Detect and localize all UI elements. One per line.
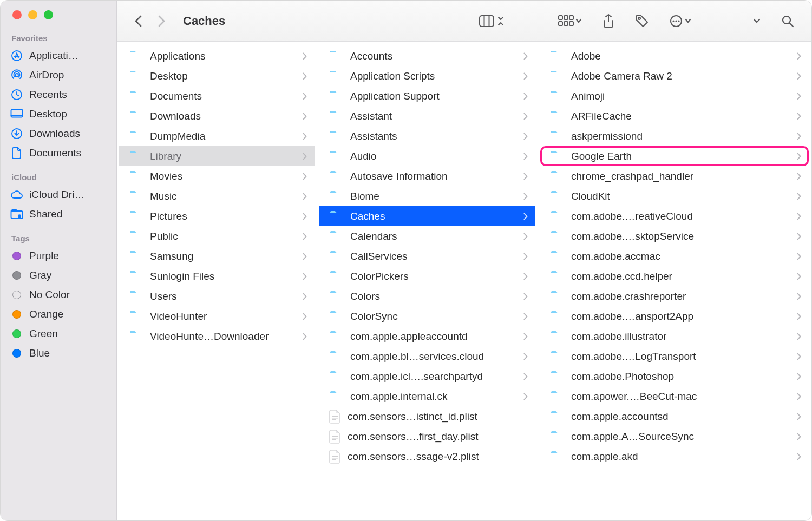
main-area: Caches — [117, 1, 811, 520]
file-row[interactable]: Sunlogin Files — [119, 266, 315, 286]
file-row[interactable]: Application Scripts — [319, 66, 535, 86]
file-row[interactable]: com.apower.…BeeCut-mac — [540, 386, 809, 406]
file-row[interactable]: com.adobe.crashreporter — [540, 286, 809, 306]
file-row[interactable]: com.adobe.illustrator — [540, 326, 809, 346]
zoom-window-button[interactable] — [44, 10, 53, 19]
sidebar-item[interactable]: AirDrop — [4, 65, 113, 85]
sidebar-item[interactable]: Downloads — [4, 124, 113, 143]
file-row[interactable]: Application Support — [319, 86, 535, 106]
sidebar-item[interactable]: Blue — [4, 344, 113, 363]
file-row[interactable]: com.apple.akd — [540, 446, 809, 466]
file-row[interactable]: VideoHunter — [119, 306, 315, 326]
file-row[interactable]: Caches — [319, 206, 535, 226]
chevron-right-icon — [797, 113, 801, 120]
file-row[interactable]: com.sensors…ssage-v2.plist — [319, 446, 535, 466]
file-row[interactable]: Assistants — [319, 126, 535, 146]
file-row[interactable]: com.adobe.…reativeCloud — [540, 206, 809, 226]
file-row[interactable]: com.adobe.ccd.helper — [540, 266, 809, 286]
file-row[interactable]: Public — [119, 226, 315, 246]
column-1[interactable]: AccountsApplication ScriptsApplication S… — [317, 42, 538, 520]
file-row[interactable]: CloudKit — [540, 186, 809, 206]
sidebar: FavoritesApplicati…AirDropRecentsDesktop… — [1, 1, 117, 520]
sidebar-item-label: iCloud Dri… — [29, 189, 84, 201]
file-name: Samsung — [150, 250, 296, 262]
column-2[interactable]: AdobeAdobe Camera Raw 2AnimojiARFileCach… — [538, 42, 811, 520]
file-row[interactable]: com.apple.accountsd — [540, 406, 809, 426]
sidebar-item[interactable]: Gray — [4, 266, 113, 285]
file-row[interactable]: com.sensors….first_day.plist — [319, 426, 535, 446]
file-row[interactable]: Adobe Camera Raw 2 — [540, 66, 809, 86]
file-row[interactable]: Accounts — [319, 46, 535, 66]
file-row[interactable]: chrome_crashpad_handler — [540, 166, 809, 186]
sidebar-item[interactable]: Shared — [4, 205, 113, 224]
file-row[interactable]: Biome — [319, 186, 535, 206]
file-name: Music — [150, 190, 296, 202]
sidebar-item[interactable]: Applicati… — [4, 46, 113, 65]
file-row[interactable]: Pictures — [119, 206, 315, 226]
file-row[interactable]: Audio — [319, 146, 535, 166]
tags-button[interactable] — [632, 11, 652, 31]
file-name: Animoji — [571, 90, 790, 102]
back-button[interactable] — [131, 11, 146, 31]
file-row[interactable]: com.adobe.…sktopService — [540, 226, 809, 246]
sidebar-item[interactable]: Green — [4, 324, 113, 344]
chevron-right-icon — [303, 113, 307, 120]
file-row[interactable]: VideoHunte…Downloader — [119, 326, 315, 346]
file-row[interactable]: com.apple.A…SourceSync — [540, 426, 809, 446]
view-columns-button[interactable] — [476, 11, 507, 31]
file-row[interactable]: Calendars — [319, 226, 535, 246]
file-row[interactable]: Downloads — [119, 106, 315, 126]
share-button[interactable] — [599, 11, 618, 31]
file-row[interactable]: com.apple.internal.ck — [319, 386, 535, 406]
sidebar-item[interactable]: No Color — [4, 285, 113, 305]
sidebar-item[interactable]: Recents — [4, 85, 113, 104]
file-row[interactable]: com.adobe.Photoshop — [540, 366, 809, 386]
sidebar-item[interactable]: Orange — [4, 305, 113, 324]
file-row[interactable]: Documents — [119, 86, 315, 106]
chevron-right-icon — [797, 373, 801, 380]
group-by-button[interactable] — [555, 12, 585, 30]
file-row[interactable]: com.adobe.…ansport2App — [540, 306, 809, 326]
sidebar-item[interactable]: Documents — [4, 143, 113, 163]
file-row[interactable]: CallServices — [319, 246, 535, 266]
sidebar-item[interactable]: Purple — [4, 246, 113, 266]
forward-button[interactable] — [154, 11, 169, 31]
file-row[interactable]: DumpMedia — [119, 126, 315, 146]
file-row[interactable]: Desktop — [119, 66, 315, 86]
file-row[interactable]: Library — [119, 146, 315, 166]
folder-icon — [129, 150, 143, 162]
file-row[interactable]: Assistant — [319, 106, 535, 126]
file-row[interactable]: Google Earth — [540, 146, 809, 166]
file-row[interactable]: askpermissiond — [540, 126, 809, 146]
overflow-menu-button[interactable] — [750, 14, 764, 28]
file-row[interactable]: Movies — [119, 166, 315, 186]
file-row[interactable]: ARFileCache — [540, 106, 809, 126]
folder-icon — [129, 190, 143, 202]
search-button[interactable] — [778, 11, 797, 31]
sidebar-item[interactable]: iCloud Dri… — [4, 185, 113, 205]
folder-icon — [129, 90, 143, 102]
file-row[interactable]: Adobe — [540, 46, 809, 66]
minimize-window-button[interactable] — [28, 10, 37, 19]
file-row[interactable]: com.apple.icl….searchpartyd — [319, 366, 535, 386]
close-window-button[interactable] — [12, 10, 22, 19]
file-row[interactable]: com.sensors…istinct_id.plist — [319, 406, 535, 426]
action-menu-button[interactable] — [666, 11, 696, 31]
file-row[interactable]: Animoji — [540, 86, 809, 106]
file-row[interactable]: Autosave Information — [319, 166, 535, 186]
file-row[interactable]: com.adobe.…LogTransport — [540, 346, 809, 366]
file-row[interactable]: com.adobe.accmac — [540, 246, 809, 266]
file-row[interactable]: Users — [119, 286, 315, 306]
sidebar-item[interactable]: Desktop — [4, 104, 113, 124]
column-0[interactable]: ApplicationsDesktopDocumentsDownloadsDum… — [117, 42, 317, 520]
file-row[interactable]: Samsung — [119, 246, 315, 266]
file-row[interactable]: com.apple.bl…services.cloud — [319, 346, 535, 366]
file-row[interactable]: ColorPickers — [319, 266, 535, 286]
file-name: Users — [150, 291, 296, 302]
file-row[interactable]: com.apple.appleaccountd — [319, 326, 535, 346]
file-row[interactable]: ColorSync — [319, 306, 535, 326]
file-row[interactable]: Music — [119, 186, 315, 206]
file-row[interactable]: Applications — [119, 46, 315, 66]
file-row[interactable]: Colors — [319, 286, 535, 306]
folder-icon — [129, 70, 143, 82]
